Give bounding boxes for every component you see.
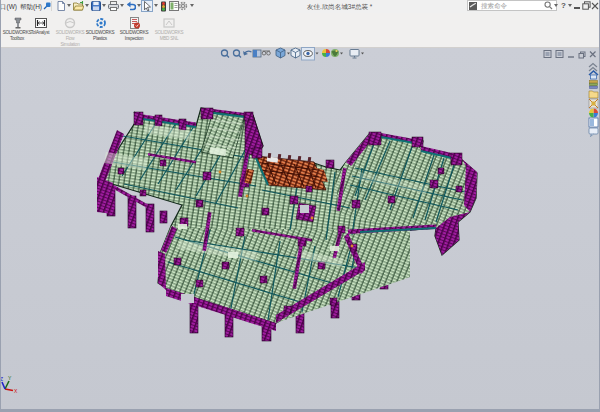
svg-text:Z: Z xyxy=(0,376,3,382)
svg-text:X: X xyxy=(14,388,18,394)
svg-text:Y: Y xyxy=(8,375,12,381)
